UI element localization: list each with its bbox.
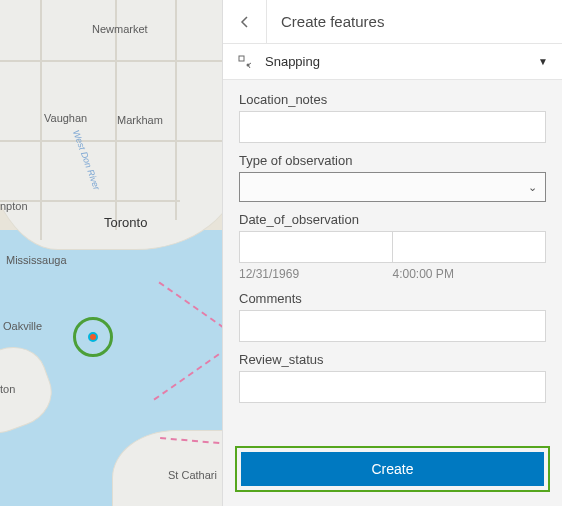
type-of-observation-select[interactable]: ⌄ xyxy=(239,172,546,202)
city-burlington: ton xyxy=(0,383,15,395)
date-of-observation-label: Date_of_observation xyxy=(239,212,546,227)
comments-input[interactable] xyxy=(239,310,546,342)
back-button[interactable] xyxy=(223,0,267,44)
city-vaughan: Vaughan xyxy=(44,112,87,124)
panel-title: Create features xyxy=(267,13,384,30)
city-oakville: Oakville xyxy=(3,320,42,332)
panel-footer: Create xyxy=(223,438,562,506)
date-hint: 12/31/1969 xyxy=(239,267,393,281)
city-stcatharines: St Cathari xyxy=(168,469,217,481)
snapping-toggle[interactable]: Snapping ▼ xyxy=(223,44,562,80)
review-status-input[interactable] xyxy=(239,371,546,403)
panel-header: Create features xyxy=(223,0,562,44)
attribute-form: Location_notes Type of observation ⌄ Dat… xyxy=(223,80,562,438)
caret-down-icon: ▼ xyxy=(538,56,548,67)
chevron-left-icon xyxy=(239,16,251,28)
city-toronto: Toronto xyxy=(104,215,147,230)
city-newmarket: Newmarket xyxy=(92,23,148,35)
svg-rect-0 xyxy=(239,56,244,61)
snapping-icon xyxy=(237,54,255,70)
time-hint: 4:00:00 PM xyxy=(393,267,547,281)
create-features-panel: Create features Snapping ▼ Location_note… xyxy=(222,0,562,506)
comments-label: Comments xyxy=(239,291,546,306)
snapping-label: Snapping xyxy=(265,54,538,69)
create-button-highlight: Create xyxy=(235,446,550,492)
location-notes-input[interactable] xyxy=(239,111,546,143)
city-hampton: npton xyxy=(0,200,28,212)
point-marker[interactable] xyxy=(88,332,98,342)
type-of-observation-label: Type of observation xyxy=(239,153,546,168)
review-status-label: Review_status xyxy=(239,352,546,367)
city-mississauga: Mississauga xyxy=(6,254,67,266)
location-notes-label: Location_notes xyxy=(239,92,546,107)
city-markham: Markham xyxy=(117,114,163,126)
date-input[interactable] xyxy=(239,231,392,263)
create-button[interactable]: Create xyxy=(241,452,544,486)
time-input[interactable] xyxy=(392,231,546,263)
chevron-down-icon: ⌄ xyxy=(528,181,537,194)
map-pane[interactable]: West Don River Newmarket Vaughan Markham… xyxy=(0,0,222,506)
